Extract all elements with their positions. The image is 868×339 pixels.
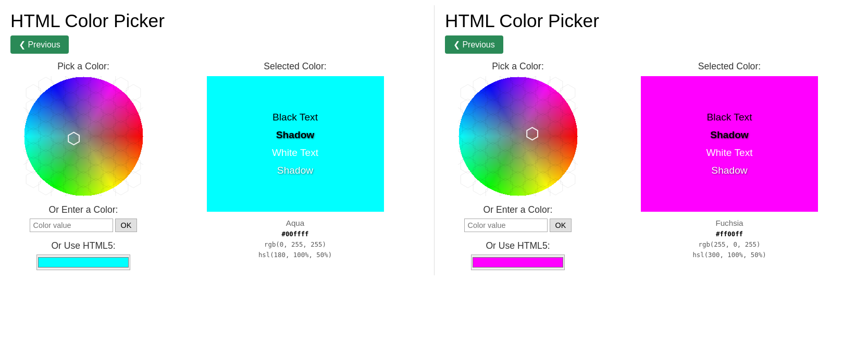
color-value-input[interactable] xyxy=(464,219,548,232)
color-wheel-canvas[interactable] xyxy=(23,76,143,196)
right-panel: Selected Color: Black Text Shadow White … xyxy=(167,61,424,261)
color-hex: #ff00ff xyxy=(692,229,766,240)
color-preview: Black Text Shadow White Text Shadow xyxy=(207,76,384,212)
right-panel: Selected Color: Black Text Shadow White … xyxy=(601,61,858,261)
page-title: HTML Color Picker xyxy=(10,10,424,31)
color-wheel-container[interactable] xyxy=(23,76,143,196)
color-rgb: rgb(255, 0, 255) xyxy=(692,240,766,250)
color-info: Aqua #00ffff rgb(0, 255, 255) hsl(180, 1… xyxy=(258,217,332,261)
prev-button[interactable]: ❮ Previous xyxy=(445,35,503,54)
preview-shadow-white-text: Shadow xyxy=(277,165,313,176)
or-html5-label: Or Use HTML5: xyxy=(51,240,115,251)
preview-black-text: Black Text xyxy=(272,112,318,123)
color-info: Fuchsia #ff00ff rgb(255, 0, 255) hsl(300… xyxy=(692,217,766,261)
color-value-input[interactable] xyxy=(30,219,113,232)
pick-color-label: Pick a Color: xyxy=(57,61,109,72)
html5-color-input[interactable] xyxy=(36,255,130,270)
left-panel: Pick a Color: Or Enter a Color: OK Or Us… xyxy=(10,61,156,270)
color-hsl: hsl(180, 100%, 50%) xyxy=(258,250,332,261)
ok-button[interactable]: OK xyxy=(550,219,572,232)
color-hex: #00ffff xyxy=(258,229,332,240)
prev-button[interactable]: ❮ Previous xyxy=(10,35,69,54)
color-name: Aqua xyxy=(258,217,332,229)
page-title: HTML Color Picker xyxy=(445,10,858,31)
color-preview: Black Text Shadow White Text Shadow xyxy=(641,76,818,212)
preview-shadow-white-text: Shadow xyxy=(711,165,747,176)
color-wheel-container[interactable] xyxy=(458,76,578,196)
or-enter-label: Or Enter a Color: xyxy=(483,204,553,215)
color-wheel-canvas[interactable] xyxy=(458,76,578,196)
left-panel: Pick a Color: Or Enter a Color: OK Or Us… xyxy=(445,61,591,270)
preview-white-text: White Text xyxy=(706,147,752,159)
ok-button[interactable]: OK xyxy=(115,219,138,232)
preview-black-text: Black Text xyxy=(706,112,752,123)
color-rgb: rgb(0, 255, 255) xyxy=(258,240,332,250)
selected-color-label: Selected Color: xyxy=(698,61,761,72)
or-html5-label: Or Use HTML5: xyxy=(486,240,550,251)
html5-color-input[interactable] xyxy=(471,255,565,270)
pick-color-label: Pick a Color: xyxy=(492,61,544,72)
preview-shadow-black-text: Shadow xyxy=(276,129,315,141)
picker-instance-left: HTML Color Picker ❮ Previous Pick a Colo… xyxy=(0,5,434,275)
preview-white-text: White Text xyxy=(272,147,318,159)
or-enter-label: Or Enter a Color: xyxy=(49,204,118,215)
preview-shadow-black-text: Shadow xyxy=(710,129,749,141)
color-name: Fuchsia xyxy=(692,217,766,229)
selected-color-label: Selected Color: xyxy=(264,61,326,72)
color-hsl: hsl(300, 100%, 50%) xyxy=(692,250,766,261)
picker-instance-right: HTML Color Picker ❮ Previous Pick a Colo… xyxy=(434,5,868,275)
